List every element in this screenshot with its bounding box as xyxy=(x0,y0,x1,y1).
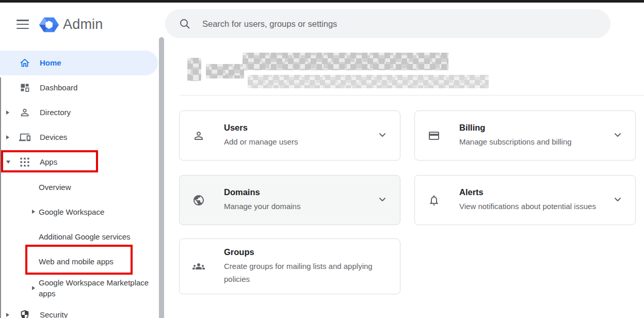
credit-card-icon xyxy=(428,130,440,142)
chevron-down-icon[interactable] xyxy=(611,129,624,143)
account-subtitle-redacted xyxy=(248,75,489,88)
search-input[interactable] xyxy=(202,19,564,29)
sidebar-item-apps[interactable]: Apps xyxy=(0,150,158,174)
chevron-down-icon[interactable] xyxy=(376,193,389,208)
search-bar[interactable] xyxy=(165,9,610,38)
expand-right-icon[interactable] xyxy=(32,210,39,214)
card-users[interactable]: Users Add or manage users xyxy=(179,110,400,161)
sidebar-item-label: Overview xyxy=(39,182,71,193)
card-subtitle: Manage subscriptions and billing xyxy=(459,135,607,148)
card-subtitle: Add or manage users xyxy=(224,135,372,148)
sidebar-item-label: Security xyxy=(40,310,68,318)
search-icon xyxy=(179,18,191,30)
chevron-down-icon[interactable] xyxy=(611,193,624,208)
chevron-down-icon[interactable] xyxy=(376,129,389,143)
sidebar-item-additional-google-services[interactable]: Additional Google services xyxy=(0,224,158,249)
collapse-down-icon[interactable] xyxy=(6,161,19,164)
expand-right-icon[interactable] xyxy=(6,110,19,115)
card-billing[interactable]: Billing Manage subscriptions and billing xyxy=(414,110,636,161)
groups-icon xyxy=(192,260,205,273)
header-divider xyxy=(180,95,644,96)
app-header: Admin xyxy=(0,3,644,44)
sidebar-item-home[interactable]: Home xyxy=(0,51,158,75)
expand-right-icon[interactable] xyxy=(32,286,39,290)
account-label-redacted xyxy=(206,64,244,78)
sidebar-item-label: Home xyxy=(40,58,61,68)
sidebar-scrollbar[interactable] xyxy=(159,37,164,318)
sidebar-item-label: Web and mobile apps xyxy=(39,256,114,267)
expand-right-icon[interactable] xyxy=(6,135,19,139)
sidebar-item-marketplace-apps[interactable]: Google Workspace Marketplace apps xyxy=(0,274,158,303)
account-avatar-redacted xyxy=(187,58,201,81)
admin-logo xyxy=(39,15,59,35)
sidebar-item-label: Devices xyxy=(40,132,67,142)
person-icon xyxy=(192,130,205,142)
sidebar-nav: Home Dashboard Directory Devices xyxy=(0,51,158,318)
card-title: Domains xyxy=(224,187,372,197)
sidebar-item-directory[interactable]: Directory xyxy=(0,100,158,125)
home-icon xyxy=(19,57,31,69)
card-title: Users xyxy=(224,123,372,133)
sidebar-item-label: Apps xyxy=(40,157,57,167)
sidebar-item-label: Google Workspace Marketplace apps xyxy=(39,277,151,299)
expand-right-icon[interactable] xyxy=(6,313,19,317)
card-title: Alerts xyxy=(459,187,607,197)
globe-icon xyxy=(192,194,205,206)
app-title: Admin xyxy=(63,17,103,33)
bell-icon xyxy=(428,194,440,206)
card-subtitle: Create groups for mailing lists and appl… xyxy=(224,260,389,285)
devices-icon xyxy=(19,131,31,144)
dashboard-icon xyxy=(19,82,31,94)
sidebar-item-label: Dashboard xyxy=(40,83,77,93)
sidebar-item-google-workspace[interactable]: Google Workspace xyxy=(0,199,158,224)
sidebar-item-dashboard[interactable]: Dashboard xyxy=(0,75,158,100)
card-groups[interactable]: Groups Create groups for mailing lists a… xyxy=(179,239,400,294)
sidebar-item-apps-overview[interactable]: Overview xyxy=(0,174,158,199)
card-domains[interactable]: Domains Manage your domains xyxy=(179,175,400,225)
apps-grid-icon xyxy=(19,156,31,168)
sidebar-item-label: Directory xyxy=(40,107,71,118)
card-subtitle: View notifications about potential issue… xyxy=(459,200,607,213)
person-icon xyxy=(19,106,31,119)
sidebar-item-devices[interactable]: Devices xyxy=(0,125,158,150)
sidebar-item-label: Additional Google services xyxy=(39,231,131,242)
window-left-edge xyxy=(0,77,1,318)
sidebar-item-web-and-mobile-apps[interactable]: Web and mobile apps xyxy=(0,249,158,274)
sidebar-item-label: Google Workspace xyxy=(39,206,104,217)
sidebar-item-security[interactable]: Security xyxy=(0,303,158,318)
card-title: Groups xyxy=(224,247,389,257)
card-subtitle: Manage your domains xyxy=(224,200,372,213)
account-title-redacted xyxy=(243,53,448,70)
shield-icon xyxy=(19,309,31,318)
card-title: Billing xyxy=(459,123,607,133)
menu-icon[interactable] xyxy=(17,20,29,29)
card-alerts[interactable]: Alerts View notifications about potentia… xyxy=(414,175,636,225)
